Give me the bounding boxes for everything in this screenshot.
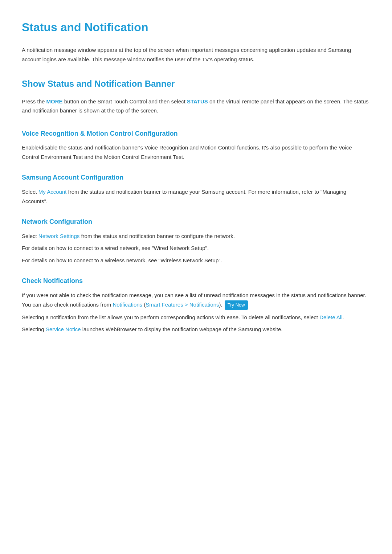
samsung-account-prefix: Select <box>22 189 38 195</box>
service-notice-highlight: Service Notice <box>46 326 81 332</box>
voice-recognition-title: Voice Recognition & Motion Control Confi… <box>22 128 370 139</box>
network-settings-highlight: Network Settings <box>38 233 79 239</box>
my-account-highlight: My Account <box>38 189 67 195</box>
page-title: Status and Notification <box>22 18 370 37</box>
voice-recognition-body: Enable/disable the status and notificati… <box>22 143 370 161</box>
delete-all-highlight: Delete All <box>319 314 342 320</box>
network-config-suffix: from the status and notification banner … <box>79 233 235 239</box>
check-notifications-para1: If you were not able to check the notifi… <box>22 291 370 310</box>
para3-suffix: launches WebBrowser to display the notif… <box>81 326 283 332</box>
network-config-line1: Select Network Settings from the status … <box>22 231 370 241</box>
network-config-prefix: Select <box>22 233 38 239</box>
para2-prefix: Selecting a notification from the list a… <box>22 314 319 320</box>
samsung-account-body: Select My Account from the status and no… <box>22 187 370 206</box>
network-config-section: Network Configuration Select Network Set… <box>22 217 370 265</box>
check-notifications-para2: Selecting a notification from the list a… <box>22 313 370 322</box>
network-config-line2: For details on how to connect to a wired… <box>22 243 370 253</box>
check-notifications-para3: Selecting Service Notice launches WebBro… <box>22 325 370 334</box>
intro-text: A notification message window appears at… <box>22 45 370 64</box>
network-config-line3: For details on how to connect to a wirel… <box>22 256 370 265</box>
samsung-account-section: Samsung Account Configuration Select My … <box>22 172 370 206</box>
voice-recognition-section: Voice Recognition & Motion Control Confi… <box>22 128 370 162</box>
show-status-body: Press the MORE button on the Smart Touch… <box>22 97 370 115</box>
status-highlight: STATUS <box>187 98 208 104</box>
more-highlight: MORE <box>46 98 63 104</box>
notifications2-highlight: Notifications <box>189 301 219 308</box>
try-now-badge[interactable]: Try Now <box>225 300 248 310</box>
samsung-account-title: Samsung Account Configuration <box>22 172 370 183</box>
notifications-highlight: Notifications <box>113 301 142 308</box>
para2-suffix: . <box>343 314 344 320</box>
smart-features-highlight: Smart Features <box>146 301 183 308</box>
show-status-title: Show Status and Notification Banner <box>22 77 370 91</box>
para3-prefix: Selecting <box>22 326 46 332</box>
check-notifications-title: Check Notifications <box>22 276 370 286</box>
samsung-account-suffix: from the status and notification banner … <box>22 189 346 204</box>
network-config-title: Network Configuration <box>22 217 370 227</box>
show-status-section: Show Status and Notification Banner Pres… <box>22 77 370 115</box>
check-notifications-section: Check Notifications If you were not able… <box>22 276 370 334</box>
